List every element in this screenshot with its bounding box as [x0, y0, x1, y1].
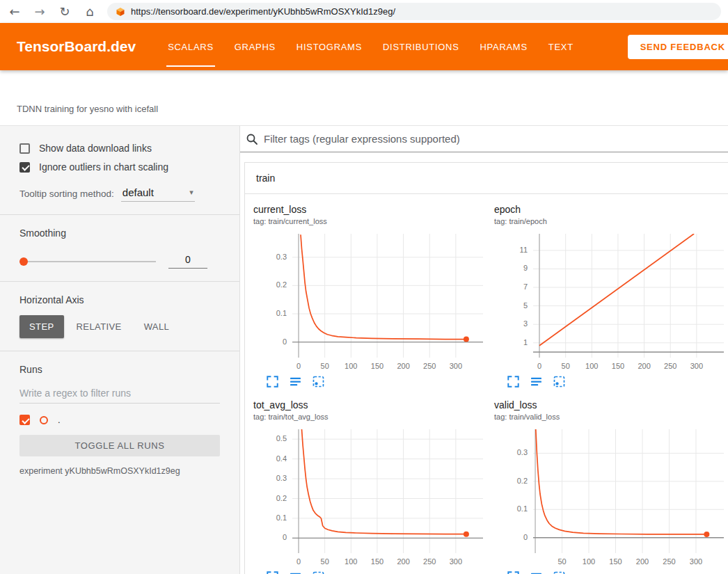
chart-plot[interactable]	[533, 429, 724, 553]
tab-scalars[interactable]: SCALARS	[168, 23, 214, 70]
run-checkbox[interactable]	[19, 415, 30, 425]
experiment-subheader: TDNN training for yesno with icefall	[0, 70, 728, 126]
fit-domain-icon[interactable]	[312, 376, 324, 388]
tab-text[interactable]: TEXT	[548, 23, 573, 70]
y-tick-label: 0	[523, 533, 528, 541]
x-axis-labels: 050100150200250300	[253, 556, 490, 568]
back-arrow-icon[interactable]: ←	[7, 6, 22, 18]
chart-card-epoch: epoch tag: train/epoch 1357911 050100150…	[494, 204, 728, 388]
fit-domain-icon[interactable]	[312, 571, 324, 574]
tab-histograms[interactable]: HISTOGRAMS	[296, 23, 362, 70]
smoothing-slider[interactable]	[19, 257, 156, 266]
tab-distributions[interactable]: DISTRIBUTIONS	[383, 23, 459, 70]
home-icon[interactable]: ⌂	[82, 6, 97, 18]
chart-plot[interactable]	[292, 234, 483, 358]
run-color-radio[interactable]	[40, 416, 48, 424]
run-row: .	[19, 415, 220, 425]
charts-grid: current_loss tag: train/current_loss 00.…	[245, 194, 728, 574]
axis-relative-button[interactable]: RELATIVE	[67, 315, 132, 338]
horizontal-axis-label: Horizontal Axis	[19, 294, 220, 305]
divider	[0, 281, 239, 282]
y-axis-toggle-icon[interactable]	[289, 571, 301, 574]
expand-icon[interactable]	[266, 376, 278, 388]
tab-hparams[interactable]: HPARAMS	[480, 23, 528, 70]
expand-icon[interactable]	[507, 376, 519, 388]
x-tick-label: 150	[371, 362, 383, 370]
tooltip-sorting-label: Tooltip sorting method:	[19, 189, 114, 202]
y-tick-label: 0.2	[517, 477, 528, 485]
fit-domain-icon[interactable]	[553, 571, 565, 574]
y-axis-toggle-icon[interactable]	[530, 376, 542, 388]
divider	[0, 214, 239, 215]
tab-graphs[interactable]: GRAPHS	[235, 23, 276, 70]
slider-track	[19, 261, 156, 262]
ignore-outliers-checkbox[interactable]	[19, 162, 30, 173]
reload-icon[interactable]: ↻	[57, 6, 72, 18]
axis-wall-button[interactable]: WALL	[134, 315, 180, 338]
chart-area: 1357911	[494, 234, 728, 358]
x-tick-label: 100	[345, 557, 357, 566]
y-axis-labels: 00.10.20.3	[494, 429, 533, 553]
tooltip-sorting-dropdown[interactable]: default ▾	[121, 186, 195, 202]
y-tick-label: 0.2	[276, 280, 287, 289]
axis-step-button[interactable]: STEP	[19, 315, 64, 338]
run-name: .	[58, 415, 61, 425]
y-tick-label: 0.1	[276, 309, 287, 317]
slider-thumb[interactable]	[19, 257, 28, 266]
chart-toolbar	[253, 571, 490, 574]
runs-filter-input[interactable]	[19, 383, 220, 404]
tag-filter-input[interactable]	[264, 133, 728, 145]
nav-tabs: SCALARS GRAPHS HISTOGRAMS DISTRIBUTIONS …	[168, 23, 573, 70]
expand-icon[interactable]	[507, 571, 519, 574]
y-tick-label: 5	[523, 301, 528, 310]
brand-logo[interactable]: TensorBoard.dev	[17, 38, 136, 55]
y-axis-toggle-icon[interactable]	[289, 376, 301, 388]
x-tick-label: 300	[690, 362, 703, 370]
chart-tag: tag: train/tot_avg_loss	[253, 413, 490, 421]
x-tick-label: 100	[585, 362, 598, 370]
y-tick-label: 0.3	[517, 448, 528, 456]
y-axis-labels: 00.10.20.30.40.5	[253, 429, 292, 553]
address-bar[interactable]: https://tensorboard.dev/experiment/yKUbh…	[107, 3, 721, 20]
tooltip-sorting-row: Tooltip sorting method: default ▾	[19, 186, 220, 202]
chart-plot[interactable]	[292, 429, 483, 553]
x-tick-label: 100	[583, 557, 595, 566]
chart-area: 00.10.20.30.40.5	[253, 429, 490, 553]
expand-icon[interactable]	[266, 571, 278, 574]
checkbox-label: Ignore outliers in chart scaling	[39, 161, 168, 173]
toggle-all-runs-button[interactable]: TOGGLE ALL RUNS	[19, 435, 220, 456]
show-download-links-checkbox[interactable]	[19, 143, 30, 154]
x-axis-labels: 50100150200250300	[494, 556, 728, 568]
smoothing-value-input[interactable]: 0	[168, 254, 207, 269]
x-axis-labels: 050100150200250300	[494, 360, 728, 373]
show-download-links-row: Show data download links	[19, 143, 220, 154]
y-axis-labels: 00.10.20.3	[253, 234, 292, 358]
y-axis-toggle-icon[interactable]	[530, 571, 542, 574]
x-tick-label: 100	[345, 362, 357, 370]
y-tick-label: 0.2	[276, 494, 287, 502]
y-tick-label: 0.1	[276, 513, 287, 522]
fit-domain-icon[interactable]	[553, 376, 565, 388]
y-axis-labels: 1357911	[494, 234, 533, 358]
x-tick-label: 0	[296, 362, 301, 370]
chart-card-valid-loss: valid_loss tag: train/valid_loss 00.10.2…	[494, 399, 728, 574]
chart-title: valid_loss	[494, 399, 728, 410]
ignore-outliers-row: Ignore outliers in chart scaling	[19, 161, 220, 173]
chart-tag: tag: train/epoch	[494, 217, 728, 225]
chart-card-tot-avg-loss: tot_avg_loss tag: train/tot_avg_loss 00.…	[253, 399, 490, 574]
chart-area: 00.10.20.3	[253, 234, 490, 358]
train-group-card: train current_loss tag: train/current_lo…	[244, 162, 728, 574]
url-text: https://tensorboard.dev/experiment/yKUbh…	[131, 6, 395, 17]
x-tick-label: 200	[636, 557, 649, 566]
chart-plot[interactable]	[533, 234, 724, 358]
y-tick-label: 0.3	[276, 474, 287, 482]
x-tick-label: 250	[663, 557, 675, 566]
chart-tag: tag: train/current_loss	[253, 217, 490, 225]
send-feedback-button[interactable]: SEND FEEDBACK	[628, 35, 728, 59]
chart-toolbar	[253, 376, 490, 388]
x-tick-label: 0	[537, 362, 541, 370]
forward-arrow-icon[interactable]: →	[32, 6, 47, 18]
smoothing-label: Smoothing	[19, 228, 220, 239]
group-title-train[interactable]: train	[245, 163, 728, 194]
checkbox-label: Show data download links	[39, 143, 152, 154]
